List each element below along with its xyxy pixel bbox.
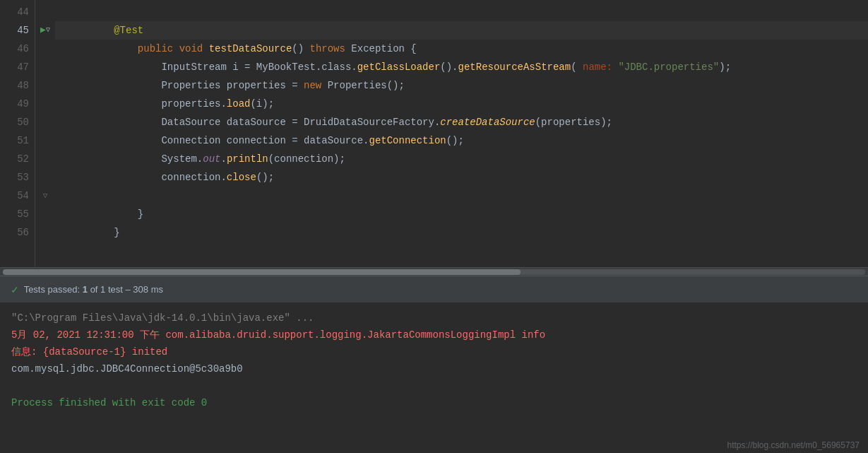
console-line-1: "C:\Program Files\Java\jdk-14.0.1\bin\ja… <box>11 310 857 326</box>
line-numbers: 44 45 46 47 48 49 50 51 52 53 54 55 56 <box>0 0 35 267</box>
gutter-53 <box>38 168 52 187</box>
gutter-54[interactable]: ▽ <box>38 187 52 205</box>
console-line-6: Process finished with exit code 0 <box>11 394 857 411</box>
gutter-arrow[interactable]: ▽ <box>46 21 50 40</box>
line-num-54: 54 <box>8 187 29 205</box>
scrollbar-track[interactable] <box>3 269 865 275</box>
horizontal-scrollbar[interactable] <box>0 267 868 276</box>
gutter-46 <box>38 40 52 58</box>
line-num-46: 46 <box>8 40 29 58</box>
kw-public: public <box>138 43 173 54</box>
line-num-47: 47 <box>8 58 29 76</box>
tests-count: 1 <box>83 284 88 295</box>
gutter-55 <box>38 205 52 223</box>
gutter-49 <box>38 95 52 113</box>
scrollbar-thumb[interactable] <box>3 269 521 275</box>
line-num-48: 48 <box>8 76 29 95</box>
line-num-52: 52 <box>8 150 29 168</box>
gutter-48 <box>38 76 52 95</box>
run-test-icon[interactable]: ▶ <box>40 21 46 40</box>
console-output: "C:\Program Files\Java\jdk-14.0.1\bin\ja… <box>0 302 868 453</box>
code-lines[interactable]: @Test public void testDataSource() throw… <box>55 0 868 267</box>
code-line-45: public void testDataSource() throws Exce… <box>55 21 868 40</box>
line-num-50: 50 <box>8 113 29 131</box>
indent-45 <box>114 43 138 54</box>
tests-duration: – 308 ms <box>126 284 163 295</box>
tests-detail: of 1 test <box>90 284 123 295</box>
fold-icon[interactable]: ▽ <box>43 187 48 205</box>
gutter-50 <box>38 113 52 131</box>
kw-void: void <box>179 43 203 54</box>
line-num-51: 51 <box>8 131 29 150</box>
test-pass-icon: ✓ <box>11 283 18 297</box>
line-num-44: 44 <box>8 3 29 21</box>
gutter-47 <box>38 58 52 76</box>
line-num-49: 49 <box>8 95 29 113</box>
code-line-56 <box>55 223 868 242</box>
annotation-test: @Test <box>114 25 143 36</box>
method-name: testDataSource <box>209 43 292 54</box>
test-results-bar: ✓ Tests passed: 1 of 1 test – 308 ms <box>0 276 868 302</box>
test-result-text: Tests passed: 1 of 1 test – 308 ms <box>24 284 163 295</box>
code-line-55: } <box>55 205 868 223</box>
gutter-56 <box>38 223 52 242</box>
console-line-3: 信息: {dataSource-1} inited <box>11 343 857 360</box>
code-editor: 44 45 46 47 48 49 50 51 52 53 54 55 56 ▶… <box>0 0 868 276</box>
gutter-45[interactable]: ▶ ▽ <box>38 21 52 40</box>
url-bar: https://blog.csdn.net/m0_56965737 <box>727 440 860 450</box>
console-line-5 <box>11 377 857 394</box>
gutter-52 <box>38 150 52 168</box>
tests-passed-label: Tests passed: <box>24 284 81 295</box>
console-line-4: com.mysql.jdbc.JDBC4Connection@5c30a9b0 <box>11 360 857 377</box>
line-num-55: 55 <box>8 205 29 223</box>
line-num-56: 56 <box>8 223 29 242</box>
throws-keyword: throws <box>310 43 345 54</box>
gutter-51 <box>38 131 52 150</box>
code-line-44: @Test <box>55 3 868 21</box>
gutter: ▶ ▽ ▽ <box>35 0 55 267</box>
console-line-2: 5月 02, 2021 12:31:00 下午 com.alibaba.drui… <box>11 326 857 343</box>
line-num-45: 45 <box>8 21 29 40</box>
code-line-54: } <box>55 187 868 205</box>
gutter-44 <box>38 3 52 21</box>
line-num-53: 53 <box>8 168 29 187</box>
